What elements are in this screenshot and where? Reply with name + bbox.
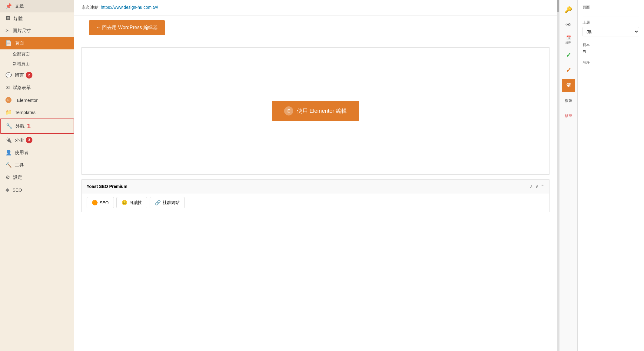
sidebar-item-media[interactable]: 🖼 媒體: [0, 12, 74, 25]
permalink-bar: 永久連結: https://www.design-hu.com.tw/: [74, 0, 557, 15]
yoast-collapse-up[interactable]: ∧: [530, 184, 533, 189]
all-pages-label: 全部頁面: [13, 52, 30, 56]
content-area: 永久連結: https://www.design-hu.com.tw/ ← 回去…: [74, 0, 557, 351]
appearance-icon: 🔧: [6, 123, 12, 129]
yoast-expand[interactable]: ⌃: [541, 184, 544, 189]
key-icon-btn[interactable]: 🔑: [562, 3, 575, 16]
parent-section: 上層 (無: [583, 20, 639, 36]
copy-icon: 複製: [565, 98, 572, 103]
comments-badge: 2: [26, 72, 32, 79]
sidebar-item-appearance[interactable]: 🔧 外觀 1: [0, 119, 74, 134]
template-value: El: [583, 49, 639, 54]
settings-icon: ⚙: [5, 174, 10, 181]
clear-btn[interactable]: 清: [562, 79, 575, 92]
yoast-tab-social[interactable]: 🔗 社群網站: [150, 197, 185, 208]
sidebar-item-label: 設定: [13, 175, 22, 180]
sidebar-item-contact[interactable]: ✉ 聯絡表單: [0, 82, 74, 94]
comments-icon: 💬: [5, 72, 12, 79]
sidebar-subitem-new-page[interactable]: 新增頁面: [0, 59, 74, 69]
sidebar-item-users[interactable]: 👤 使用者: [0, 146, 74, 159]
parent-label: 上層: [583, 20, 639, 25]
sidebar-item-articles[interactable]: 📌 文章: [0, 0, 74, 12]
yoast-tab-seo[interactable]: 🟠 SEO: [87, 197, 114, 208]
template-section: 範本 El: [583, 42, 639, 54]
sidebar-subitem-all-pages[interactable]: 全部頁面: [0, 49, 74, 59]
eye-icon: 👁: [566, 22, 572, 28]
seo-tab-label: SEO: [100, 200, 109, 205]
plugins-badge: 3: [26, 137, 32, 143]
articles-icon: 📌: [5, 3, 12, 9]
copy-btn[interactable]: 複製: [562, 94, 575, 107]
back-to-wordpress-button[interactable]: ← 回去用 WordPress 編輯器: [89, 20, 165, 35]
yoast-controls: ∧ ∨ ⌃: [530, 184, 544, 189]
page-section: 頁面: [583, 5, 639, 10]
social-tab-label: 社群網站: [163, 200, 180, 206]
permalink-url[interactable]: https://www.design-hu.com.tw/: [101, 5, 158, 10]
parent-select[interactable]: (無: [583, 27, 639, 36]
elementor-btn-icon: E: [284, 106, 293, 115]
yoast-header: Yoast SEO Premium ∧ ∨ ⌃: [82, 180, 549, 193]
sidebar-item-label: 頁面: [15, 40, 24, 46]
seo-icon: ◆: [5, 187, 9, 193]
move-btn[interactable]: 移至: [562, 109, 575, 122]
sidebar-item-templates[interactable]: 📁 Templates: [0, 106, 74, 119]
sidebar-item-label: 留言: [15, 72, 24, 78]
yoast-section: Yoast SEO Premium ∧ ∨ ⌃ 🟠 SEO 🙂 可讀性 🔗: [81, 179, 549, 212]
sidebar-item-label: 圖片尺寸: [13, 28, 31, 34]
permalink-label: 永久連結:: [81, 5, 100, 10]
pages-icon: 📄: [5, 40, 12, 46]
main-area: 永久連結: https://www.design-hu.com.tw/ ← 回去…: [74, 0, 644, 351]
divider-1: [583, 16, 639, 16]
sidebar-item-label: 外觀: [15, 123, 25, 129]
elementor-icon: E: [5, 97, 12, 103]
new-page-label: 新增頁面: [13, 61, 30, 66]
sidebar-item-seo[interactable]: ◆ SEO: [0, 184, 74, 196]
readability-tab-label: 可讀性: [129, 200, 142, 206]
sidebar-item-comments[interactable]: 💬 留言 2: [0, 69, 74, 82]
move-icon: 移至: [565, 113, 572, 119]
media-icon: 🖼: [5, 15, 11, 22]
social-tab-emoji: 🔗: [155, 200, 161, 206]
yoast-title: Yoast SEO Premium: [87, 184, 127, 189]
users-icon: 👤: [5, 149, 12, 156]
sidebar-item-label: 文章: [15, 3, 24, 9]
clear-icon: 清: [566, 83, 571, 88]
calendar-icon-btn[interactable]: 📅 編輯: [562, 33, 575, 47]
yoast-orange-icon-btn[interactable]: ✓: [562, 64, 575, 77]
sidebar-item-image-size[interactable]: ✂ 圖片尺寸: [0, 25, 74, 37]
sidebar-item-label: 使用者: [15, 150, 28, 155]
yoast-green-icon-btn[interactable]: ✓: [562, 48, 575, 62]
key-icon: 🔑: [565, 6, 572, 13]
sidebar-item-label: SEO: [12, 187, 22, 192]
order-section: 順序: [583, 60, 639, 65]
contact-icon: ✉: [5, 85, 10, 91]
sidebar-item-pages[interactable]: 📄 頁面: [0, 37, 74, 49]
tools-icon: 🔨: [5, 162, 12, 168]
elementor-btn-label: 使用 Elementor 編輯: [297, 107, 347, 115]
templates-icon: 📁: [5, 109, 12, 115]
order-label: 順序: [583, 60, 639, 65]
sidebar-item-settings[interactable]: ⚙ 設定: [0, 171, 74, 184]
plugins-icon: 🔌: [5, 137, 12, 143]
yoast-tabs: 🟠 SEO 🙂 可讀性 🔗 社群網站: [82, 193, 549, 212]
calendar-icon: 📅: [566, 35, 571, 40]
scrollbar[interactable]: [557, 0, 559, 351]
image-size-icon: ✂: [5, 28, 10, 34]
elementor-edit-button[interactable]: E 使用 Elementor 編輯: [272, 101, 359, 121]
sidebar-item-plugins[interactable]: 🔌 外掛 3: [0, 134, 74, 146]
sidebar-item-label: 聯絡表單: [13, 85, 31, 91]
sidebar-item-elementor[interactable]: E Elementor: [0, 94, 74, 106]
eye-icon-btn[interactable]: 👁: [562, 18, 575, 32]
calendar-label: 編輯: [566, 40, 572, 45]
seo-tab-emoji: 🟠: [92, 200, 98, 206]
yoast-green-icon: ✓: [566, 51, 571, 59]
yoast-orange-icon: ✓: [566, 66, 571, 74]
sidebar: 📌 文章 🖼 媒體 ✂ 圖片尺寸 📄 頁面 全部頁面 新增頁面 💬 留言 2 ✉…: [0, 0, 74, 351]
sidebar-item-label: 外掛: [15, 137, 24, 143]
sidebar-item-label: Templates: [15, 110, 35, 115]
yoast-collapse-down[interactable]: ∨: [535, 184, 538, 189]
sidebar-item-tools[interactable]: 🔨 工具: [0, 159, 74, 171]
yoast-tab-readability[interactable]: 🙂 可讀性: [116, 197, 147, 208]
readability-tab-emoji: 🙂: [121, 200, 128, 206]
appearance-badge: 1: [27, 122, 31, 130]
